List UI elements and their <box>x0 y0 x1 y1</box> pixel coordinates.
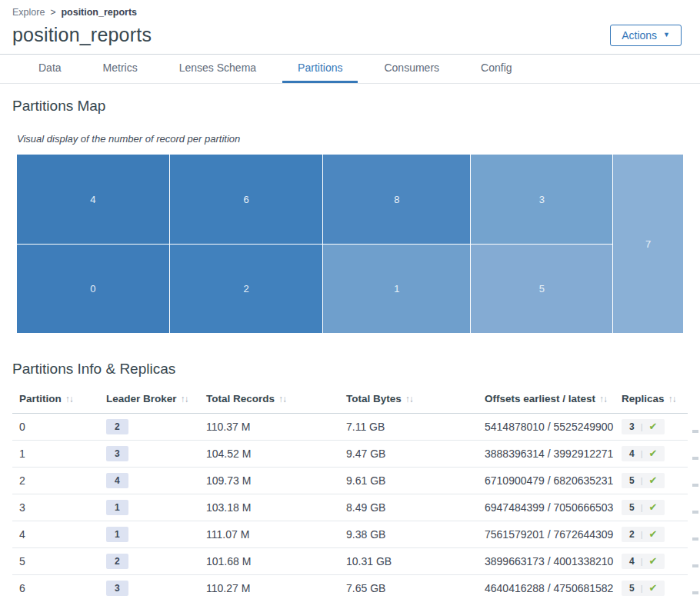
cell-total-records: 103.18 M <box>199 494 339 521</box>
column-header-total-bytes[interactable]: Total Bytes↑↓ <box>339 385 478 413</box>
column-header-partition[interactable]: Partition↑↓ <box>12 385 99 413</box>
replicas-badge: 3 | ✔ <box>622 419 665 434</box>
map-cell-partition-4[interactable]: 4 <box>17 155 169 244</box>
cell-replicas: 5 | ✔ <box>615 494 688 521</box>
cell-total-records: 109.73 M <box>199 467 339 494</box>
table-row: 3 1 103.18 M 8.49 GB 6947484399 / 705066… <box>12 494 688 521</box>
cell-partition: 6 <box>12 574 99 599</box>
replicas-separator: | <box>641 449 643 458</box>
cell-replicas: 4 | ✔ <box>615 440 688 467</box>
page-header: position_reports Actions ▼ <box>0 19 700 55</box>
replicas-badge: 4 | ✔ <box>622 554 665 569</box>
cell-partition: 3 <box>12 494 99 521</box>
cell-leader-broker: 1 <box>99 521 199 547</box>
tab-data[interactable]: Data <box>23 55 77 83</box>
map-cell-partition-3[interactable]: 3 <box>471 155 612 244</box>
partitions-map-title: Partitions Map <box>12 98 700 115</box>
table-row: 4 1 111.07 M 9.38 GB 7561579201 / 767264… <box>12 521 688 547</box>
tab-lenses-schema[interactable]: Lenses Schema <box>164 55 272 83</box>
leader-broker-badge: 3 <box>106 581 128 596</box>
replicas-separator: | <box>641 422 643 431</box>
cell-leader-broker: 2 <box>99 547 199 574</box>
column-header-leader-broker[interactable]: Leader Broker↑↓ <box>99 385 199 413</box>
cell-total-bytes: 9.61 GB <box>339 467 478 494</box>
partitions-table-title: Partitions Info & Replicas <box>12 361 700 378</box>
cell-leader-broker: 1 <box>99 494 199 521</box>
cell-partition: 1 <box>12 440 99 467</box>
check-icon: ✔ <box>649 475 658 485</box>
replicas-badge: 2 | ✔ <box>622 527 665 542</box>
column-header-replicas[interactable]: Replicas↑↓ <box>615 385 688 413</box>
cell-partition: 0 <box>12 413 99 440</box>
cell-total-bytes: 10.31 GB <box>339 547 478 574</box>
check-icon: ✔ <box>649 448 658 458</box>
cell-partition: 5 <box>12 547 99 574</box>
map-cell-partition-2[interactable]: 2 <box>170 245 323 333</box>
cell-leader-broker: 2 <box>99 413 199 440</box>
cell-partition: 4 <box>12 521 99 547</box>
tab-consumers[interactable]: Consumers <box>368 55 455 83</box>
replicas-separator: | <box>641 557 643 566</box>
table-row: 5 2 101.68 M 10.31 GB 3899663173 / 40013… <box>12 547 688 574</box>
check-icon: ✔ <box>649 556 658 566</box>
sort-icon: ↑↓ <box>668 394 676 404</box>
cell-total-records: 111.07 M <box>199 521 339 547</box>
actions-button[interactable]: Actions ▼ <box>610 25 682 46</box>
map-cell-partition-6[interactable]: 6 <box>170 155 323 244</box>
cell-offsets: 6947484399 / 7050666503 <box>478 494 615 521</box>
replicas-separator: | <box>641 476 643 485</box>
tab-partitions[interactable]: Partitions <box>282 55 358 83</box>
cell-total-records: 110.27 M <box>199 574 339 599</box>
cell-offsets: 5414878010 / 5525249900 <box>478 413 615 440</box>
partitions-table: Partition↑↓ Leader Broker↑↓ Total Record… <box>12 385 688 599</box>
column-header-total-records[interactable]: Total Records↑↓ <box>199 385 339 413</box>
column-header-offsets[interactable]: Offsets earliest / latest↑↓ <box>478 385 615 413</box>
breadcrumb-separator-icon: > <box>50 7 55 18</box>
cell-offsets: 3888396314 / 3992912271 <box>478 440 615 467</box>
cell-offsets: 3899663173 / 4001338210 <box>478 547 615 574</box>
cell-offsets: 4640416288 / 4750681582 <box>478 574 615 599</box>
partitions-map: 406281357 <box>17 155 683 333</box>
leader-broker-badge: 3 <box>106 446 128 461</box>
map-column: 62 <box>170 155 323 333</box>
breadcrumb-explore-link[interactable]: Explore <box>12 7 45 18</box>
map-cell-partition-7[interactable]: 7 <box>613 155 683 333</box>
map-column: 81 <box>323 155 470 333</box>
table-header-row: Partition↑↓ Leader Broker↑↓ Total Record… <box>12 385 688 413</box>
cell-total-records: 110.37 M <box>199 413 339 440</box>
cell-total-bytes: 7.11 GB <box>339 413 478 440</box>
cell-offsets: 7561579201 / 7672644309 <box>478 521 615 547</box>
cell-leader-broker: 4 <box>99 467 199 494</box>
cell-total-records: 104.52 M <box>199 440 339 467</box>
cell-total-bytes: 7.65 GB <box>339 574 478 599</box>
table-row: 2 4 109.73 M 9.61 GB 6710900479 / 682063… <box>12 467 688 494</box>
sort-icon: ↑↓ <box>599 394 607 404</box>
table-overflow-marks <box>692 419 698 599</box>
partitions-table-body: 0 2 110.37 M 7.11 GB 5414878010 / 552524… <box>12 413 688 599</box>
sort-icon: ↑↓ <box>278 394 286 404</box>
tab-metrics[interactable]: Metrics <box>88 55 153 83</box>
map-cell-partition-8[interactable]: 8 <box>323 155 470 244</box>
map-column: 40 <box>17 155 169 333</box>
leader-broker-badge: 4 <box>106 473 128 488</box>
sort-icon: ↑↓ <box>181 394 188 404</box>
sort-icon: ↑↓ <box>405 394 413 404</box>
check-icon: ✔ <box>649 583 658 593</box>
cell-replicas: 5 | ✔ <box>615 574 688 599</box>
cell-replicas: 4 | ✔ <box>615 547 688 574</box>
breadcrumb-current: position_reports <box>61 7 137 18</box>
map-cell-partition-0[interactable]: 0 <box>17 245 169 333</box>
replicas-badge: 5 | ✔ <box>622 581 665 596</box>
map-column: 7 <box>613 155 683 333</box>
map-cell-partition-5[interactable]: 5 <box>471 245 612 333</box>
tab-config[interactable]: Config <box>465 55 527 83</box>
cell-replicas: 2 | ✔ <box>615 521 688 547</box>
map-cell-partition-1[interactable]: 1 <box>323 245 470 333</box>
cell-offsets: 6710900479 / 6820635231 <box>478 467 615 494</box>
cell-total-bytes: 9.38 GB <box>339 521 478 547</box>
actions-button-label: Actions <box>622 29 657 42</box>
cell-leader-broker: 3 <box>99 574 199 599</box>
leader-broker-badge: 2 <box>106 419 128 434</box>
map-column: 35 <box>471 155 612 333</box>
breadcrumb: Explore > position_reports <box>0 0 700 19</box>
